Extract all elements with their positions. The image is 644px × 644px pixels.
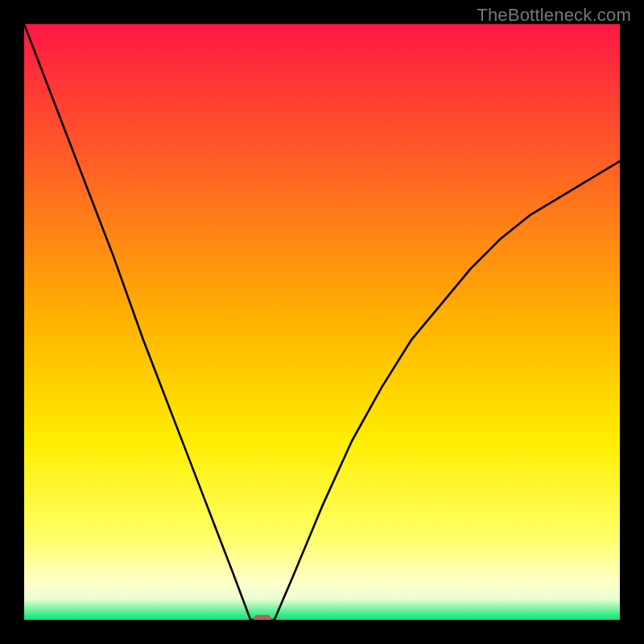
gradient-background (24, 24, 620, 620)
plot-area (24, 24, 620, 620)
plot-svg (24, 24, 620, 620)
watermark-text: TheBottleneck.com (477, 5, 631, 26)
chart-stage: TheBottleneck.com (0, 0, 644, 644)
marker-dot (254, 615, 271, 620)
